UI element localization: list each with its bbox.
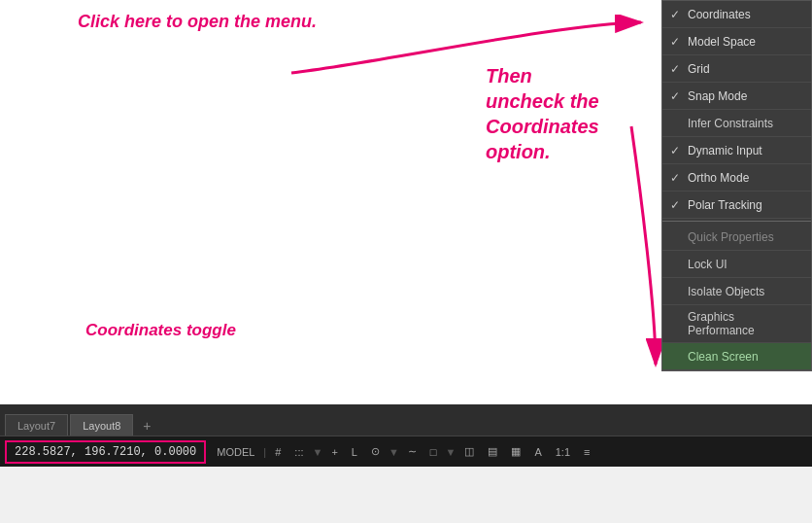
- osnap-button[interactable]: ⊙: [365, 443, 386, 460]
- sep4: ▼: [446, 446, 457, 458]
- menu-item-quick-properties[interactable]: Quick Properties: [662, 224, 811, 251]
- check-snap-mode: ✓: [670, 89, 682, 103]
- check-dynamic-input: ✓: [670, 144, 682, 157]
- menu-item-infer-constraints[interactable]: ✓ Infer Constraints: [662, 110, 811, 137]
- menu-label-quick-properties: Quick Properties: [688, 230, 774, 244]
- menu-label-ortho-mode: Ortho Mode: [688, 171, 749, 185]
- anno-button[interactable]: A: [528, 444, 547, 460]
- menu-label-infer-constraints: Infer Constraints: [688, 117, 773, 130]
- menu-label-model-space: Model Space: [688, 35, 756, 49]
- menu-item-coordinates[interactable]: ✓ Coordinates: [662, 1, 811, 28]
- bottom-area: [0, 467, 812, 523]
- qprops-button[interactable]: ▤: [482, 443, 503, 460]
- menu-item-clean-screen[interactable]: Clean Screen: [662, 343, 811, 370]
- menu-item-snap-mode[interactable]: ✓ Snap Mode: [662, 83, 811, 110]
- check-model-space: ✓: [670, 35, 682, 49]
- taskbar: Layout7 Layout8 +: [0, 404, 812, 436]
- grid-button[interactable]: #: [269, 444, 287, 460]
- menu-label-coordinates: Coordinates: [688, 8, 751, 21]
- menu-item-isolate-objects[interactable]: Isolate Objects: [662, 278, 811, 305]
- menu-label-grid: Grid: [688, 62, 710, 76]
- annotation-click: Click here to open the menu.: [78, 12, 317, 32]
- scale-button[interactable]: 1:1: [550, 444, 576, 460]
- menu-label-snap-mode: Snap Mode: [688, 89, 747, 103]
- menu-item-polar-tracking[interactable]: ✓ Polar Tracking: [662, 192, 811, 219]
- linewt-button[interactable]: □: [424, 444, 443, 460]
- menu-label-isolate-objects: Isolate Objects: [688, 285, 764, 298]
- workspace-button[interactable]: ≡: [578, 444, 595, 460]
- menu-item-dynamic-input[interactable]: ✓ Dynamic Input: [662, 137, 811, 164]
- snap-button[interactable]: :::: [288, 444, 309, 460]
- tab-add-button[interactable]: +: [135, 416, 158, 436]
- polar-button[interactable]: L: [346, 444, 363, 460]
- menu-item-graphics-performance[interactable]: Graphics Performance: [662, 305, 811, 343]
- check-grid: ✓: [670, 62, 682, 76]
- tpmode-button[interactable]: ◫: [458, 443, 480, 460]
- annotation-then: Thenuncheck theCoordinatesoption.: [486, 63, 599, 164]
- menu-label-lock-ui: Lock UI: [688, 258, 727, 271]
- sep3: ▼: [389, 446, 399, 458]
- menu-label-polar-tracking: Polar Tracking: [688, 198, 762, 212]
- menu-label-graphics-performance: Graphics Performance: [688, 310, 803, 337]
- menu-label-dynamic-input: Dynamic Input: [688, 144, 762, 157]
- check-polar-tracking: ✓: [670, 198, 682, 212]
- menu-label-clean-screen: Clean Screen: [688, 350, 759, 364]
- tab-layout7[interactable]: Layout7: [5, 414, 68, 436]
- tab-layout8[interactable]: Layout8: [70, 414, 133, 436]
- sep2: ▼: [313, 446, 323, 458]
- menu-item-grid[interactable]: ✓ Grid: [662, 55, 811, 83]
- menu-item-ortho-mode[interactable]: ✓ Ortho Mode: [662, 164, 811, 192]
- annotation-coords: Coordinates toggle: [85, 321, 236, 340]
- coord-display[interactable]: 228.5827, 196.7210, 0.0000: [5, 440, 206, 464]
- menu-divider: [662, 221, 811, 222]
- check-coordinates: ✓: [670, 8, 682, 21]
- menu-item-model-space[interactable]: ✓ Model Space: [662, 28, 811, 55]
- statusbar: 228.5827, 196.7210, 0.0000 MODEL | # :::…: [0, 436, 812, 467]
- selfill-button[interactable]: ▦: [505, 443, 526, 460]
- otrack-button[interactable]: ∼: [402, 443, 423, 460]
- tab-area: Layout7 Layout8 +: [0, 404, 159, 436]
- menu-item-lock-ui[interactable]: Lock UI: [662, 251, 811, 278]
- ortho-button[interactable]: +: [325, 444, 343, 460]
- check-ortho-mode: ✓: [670, 171, 682, 185]
- model-button[interactable]: MODEL: [211, 444, 260, 460]
- status-buttons: MODEL | # ::: ▼ + L ⊙ ▼ ∼ □ ▼ ◫ ▤ ▦ A 1:…: [211, 443, 595, 460]
- sep1: |: [263, 446, 266, 458]
- dropdown-menu: ✓ Coordinates ✓ Model Space ✓ Grid ✓ Sna…: [661, 0, 812, 371]
